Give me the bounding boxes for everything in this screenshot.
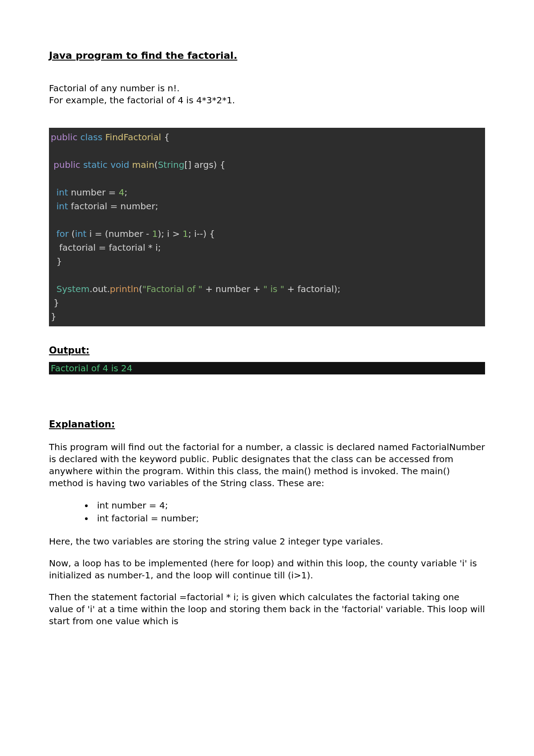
paragraph-4: Then the statement factorial =factorial … bbox=[49, 591, 485, 627]
code-token: 4 bbox=[119, 187, 125, 198]
code-token: ; i--) { bbox=[188, 228, 215, 239]
code-token: ( bbox=[154, 159, 158, 170]
code-token: + number + bbox=[202, 284, 263, 294]
code-token: int bbox=[75, 228, 86, 239]
code-block: public class FindFactorial { public stat… bbox=[49, 128, 485, 326]
code-token: int bbox=[51, 187, 68, 198]
code-token: for bbox=[51, 228, 69, 239]
code-token: public bbox=[51, 132, 77, 142]
variable-list: int number = 4; int factorial = number; bbox=[49, 499, 485, 525]
code-token: " is " bbox=[263, 284, 284, 294]
code-token: + factorial); bbox=[284, 284, 340, 294]
code-token: ( bbox=[69, 228, 75, 239]
code-token: ; bbox=[124, 187, 127, 198]
code-token: void bbox=[108, 159, 129, 170]
code-token: ); i > bbox=[158, 228, 182, 239]
code-token: "Factorial of " bbox=[142, 284, 202, 294]
paragraph-1: This program will find out the factorial… bbox=[49, 441, 485, 489]
code-token: factorial = number; bbox=[68, 201, 158, 211]
code-token: int bbox=[51, 201, 68, 211]
code-token: class bbox=[77, 132, 105, 142]
code-token: println bbox=[110, 284, 139, 294]
output-block: Factorial of 4 is 24 bbox=[49, 362, 485, 374]
list-item: int number = 4; bbox=[93, 499, 485, 512]
code-token: } bbox=[51, 311, 57, 322]
paragraph-2: Here, the two variables are storing the … bbox=[49, 536, 485, 548]
code-token: } bbox=[51, 256, 62, 267]
paragraph-3: Now, a loop has to be implemented (here … bbox=[49, 557, 485, 581]
document-title: Java program to find the factorial. bbox=[49, 50, 485, 61]
list-item: int factorial = number; bbox=[93, 512, 485, 525]
code-token: number = bbox=[68, 187, 119, 198]
code-token: { bbox=[161, 132, 170, 142]
code-token: [] args) { bbox=[184, 159, 225, 170]
code-token: } bbox=[51, 297, 59, 308]
code-token: FindFactorial bbox=[105, 132, 162, 142]
code-token: static bbox=[81, 159, 108, 170]
code-token: 1 bbox=[152, 228, 158, 239]
code-token: main bbox=[129, 159, 154, 170]
explanation-heading: Explanation: bbox=[49, 419, 485, 430]
output-heading: Output: bbox=[49, 345, 485, 356]
code-token: ( bbox=[139, 284, 142, 294]
code-token: 1 bbox=[182, 228, 188, 239]
intro-line-1: Factorial of any number is n!. bbox=[49, 83, 180, 93]
code-token: i = (number - bbox=[86, 228, 152, 239]
code-token: public bbox=[51, 159, 81, 170]
document-page: Java program to find the factorial. Fact… bbox=[0, 0, 534, 756]
code-token: System bbox=[51, 284, 89, 294]
code-token: String bbox=[158, 159, 185, 170]
code-token: factorial = factorial * i; bbox=[51, 242, 161, 253]
intro-line-2: For example, the factorial of 4 is 4*3*2… bbox=[49, 95, 235, 106]
code-token: out bbox=[93, 284, 107, 294]
intro-text: Factorial of any number is n!. For examp… bbox=[49, 82, 485, 106]
